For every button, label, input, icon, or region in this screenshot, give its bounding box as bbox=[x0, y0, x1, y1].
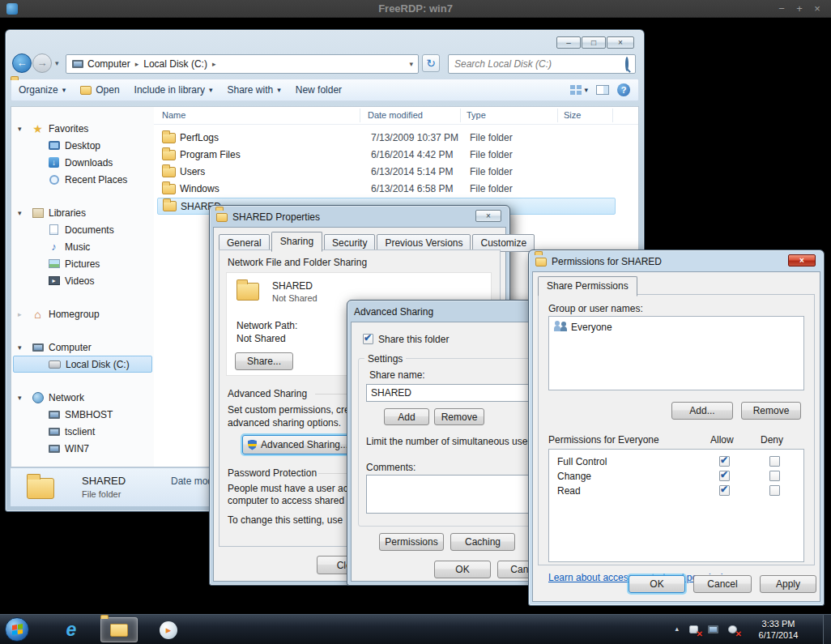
full-control-allow-checkbox[interactable] bbox=[719, 456, 730, 467]
new-folder-button[interactable]: New folder bbox=[288, 79, 349, 100]
permissions-list[interactable]: Full Control Change Read bbox=[548, 449, 804, 562]
help-button[interactable]: ? bbox=[617, 83, 630, 96]
tab-share-permissions[interactable]: Share Permissions bbox=[538, 276, 637, 296]
column-header-name[interactable]: Name bbox=[162, 110, 185, 120]
sidebar-item-documents[interactable]: Documents bbox=[11, 221, 154, 238]
read-deny-checkbox[interactable] bbox=[769, 485, 780, 496]
password-protection-line-3: To change this setting, use bbox=[228, 514, 343, 526]
advanced-sharing-titlebar[interactable]: Advanced Sharing bbox=[354, 305, 433, 319]
share-with-menu[interactable]: Share with▾ bbox=[220, 79, 288, 100]
sidebar-item-recent-places[interactable]: Recent Places bbox=[11, 171, 154, 188]
sidebar-item-music[interactable]: ♪Music bbox=[11, 238, 154, 255]
address-dropdown-icon[interactable]: ▾ bbox=[409, 60, 413, 68]
sidebar-item-pictures[interactable]: Pictures bbox=[11, 255, 154, 272]
window-maximize-button[interactable]: □ bbox=[582, 36, 606, 49]
videos-icon: ▸ bbox=[47, 275, 61, 288]
caching-button[interactable]: Caching bbox=[450, 533, 515, 551]
refresh-button[interactable]: ↻ bbox=[422, 54, 440, 72]
taskbar-clock[interactable]: 3:33 PM 6/17/2014 bbox=[753, 618, 803, 641]
freerdp-close-button[interactable]: × bbox=[810, 2, 825, 16]
add-share-button[interactable]: Add bbox=[384, 408, 429, 425]
crumb-separator-icon[interactable]: ▸ bbox=[135, 60, 139, 68]
dialog-close-button[interactable]: × bbox=[475, 210, 501, 222]
share-name-label: Share name: bbox=[369, 369, 425, 381]
advanced-sharing-heading: Advanced Sharing bbox=[228, 388, 307, 399]
breadcrumb-computer[interactable]: Computer bbox=[87, 58, 130, 70]
uac-shield-icon bbox=[248, 440, 257, 450]
sidebar-item-network[interactable]: ▾Network bbox=[11, 389, 154, 406]
recent-pages-dropdown[interactable]: ▾ bbox=[55, 59, 59, 67]
freerdp-maximize-button[interactable]: + bbox=[792, 2, 807, 16]
sidebar-item-win7[interactable]: WIN7 bbox=[11, 440, 154, 457]
taskbar-ie-button[interactable]: e bbox=[53, 617, 89, 642]
tray-network-icon[interactable] bbox=[706, 624, 719, 635]
cancel-button[interactable]: Cancel bbox=[693, 575, 752, 593]
folder-icon bbox=[162, 184, 176, 194]
change-allow-checkbox[interactable] bbox=[719, 471, 730, 481]
sidebar-item-computer[interactable]: ▾Computer bbox=[11, 339, 154, 356]
permissions-button[interactable]: Permissions bbox=[379, 533, 444, 551]
window-close-button[interactable]: × bbox=[607, 36, 634, 49]
add-button[interactable]: Add... bbox=[671, 402, 733, 420]
sidebar-item-homegroup[interactable]: ▸⌂Homegroup bbox=[11, 305, 154, 322]
back-button[interactable]: ← bbox=[12, 53, 32, 73]
search-input[interactable]: Search Local Disk (C:) bbox=[448, 54, 636, 74]
change-view-button[interactable]: ▾ bbox=[570, 85, 588, 95]
taskbar-wmp-button[interactable]: ▸ bbox=[151, 617, 186, 642]
file-row-users[interactable]: Users6/13/2014 5:14 PMFile folder bbox=[157, 164, 616, 181]
file-row-program-files[interactable]: Program Files6/16/2014 4:42 PMFile folde… bbox=[157, 147, 616, 164]
settings-group-label: Settings bbox=[364, 353, 406, 365]
computer-icon bbox=[31, 341, 45, 354]
sidebar-item-desktop[interactable]: Desktop bbox=[11, 137, 154, 154]
window-minimize-button[interactable]: – bbox=[556, 36, 581, 49]
search-icon[interactable] bbox=[625, 58, 629, 70]
share-this-folder-checkbox[interactable] bbox=[363, 334, 373, 344]
tab-sharing[interactable]: Sharing bbox=[271, 232, 322, 252]
group-list[interactable]: Everyone bbox=[548, 316, 804, 390]
apply-button[interactable]: Apply bbox=[760, 575, 816, 593]
sidebar-item-libraries[interactable]: ▾Libraries bbox=[11, 204, 154, 221]
perm-row-read: Read bbox=[557, 485, 581, 497]
group-everyone[interactable]: Everyone bbox=[571, 322, 612, 333]
sidebar-item-smbhost[interactable]: SMBHOST bbox=[11, 406, 154, 423]
dialog-close-button[interactable]: × bbox=[788, 254, 816, 267]
organize-menu[interactable]: Organize▾ bbox=[11, 79, 73, 100]
change-deny-checkbox[interactable] bbox=[769, 471, 780, 481]
open-button[interactable]: Open bbox=[73, 79, 126, 100]
breadcrumb-local-disk[interactable]: Local Disk (C:) bbox=[143, 58, 207, 70]
tray-show-hidden-icons[interactable]: ▴ bbox=[675, 625, 679, 633]
full-control-deny-checkbox[interactable] bbox=[769, 456, 780, 467]
include-in-library-menu[interactable]: Include in library▾ bbox=[127, 79, 220, 100]
advanced-sharing-button[interactable]: Advanced Sharing... bbox=[242, 435, 354, 454]
file-row-windows[interactable]: Windows6/13/2014 6:58 PMFile folder bbox=[157, 181, 616, 198]
freerdp-minimize-button[interactable]: − bbox=[774, 2, 789, 16]
tray-status-icon[interactable]: ✕ bbox=[687, 624, 700, 635]
remove-button[interactable]: Remove bbox=[741, 402, 801, 420]
remove-share-button[interactable]: Remove bbox=[434, 408, 484, 425]
crumb-separator-icon[interactable]: ▸ bbox=[212, 60, 216, 68]
sidebar-item-local-disk[interactable]: Local Disk (C:) bbox=[13, 356, 152, 373]
tray-volume-icon[interactable]: ✕ bbox=[726, 624, 739, 635]
column-header-type[interactable]: Type bbox=[467, 110, 486, 120]
address-bar[interactable]: Computer ▸ Local Disk (C:) ▸ ▾ bbox=[66, 54, 419, 74]
network-path-label: Network Path: bbox=[237, 320, 297, 331]
ok-button[interactable]: OK bbox=[629, 575, 685, 593]
sidebar-item-favorites[interactable]: ▾★Favorites bbox=[11, 120, 154, 137]
preview-pane-button[interactable] bbox=[596, 85, 609, 95]
file-row-perflogs[interactable]: PerfLogs7/13/2009 10:37 PMFile folder bbox=[157, 130, 616, 147]
read-allow-checkbox[interactable] bbox=[719, 485, 730, 496]
sidebar-item-tsclient[interactable]: tsclient bbox=[11, 423, 154, 440]
start-button[interactable] bbox=[5, 617, 29, 642]
column-header-date[interactable]: Date modified bbox=[368, 110, 423, 120]
share-button[interactable]: Share... bbox=[235, 352, 293, 370]
sidebar-item-videos[interactable]: ▸Videos bbox=[11, 272, 154, 289]
permissions-dialog-titlebar[interactable]: Permissions for SHARED bbox=[535, 254, 662, 269]
command-bar: Organize▾ Open Include in library▾ Share… bbox=[11, 79, 639, 101]
column-header-size[interactable]: Size bbox=[564, 110, 581, 120]
properties-dialog-titlebar[interactable]: SHARED Properties bbox=[216, 210, 320, 224]
taskbar-explorer-button[interactable] bbox=[100, 617, 138, 642]
ok-button[interactable]: OK bbox=[434, 561, 491, 578]
sidebar-item-downloads[interactable]: ↓Downloads bbox=[11, 154, 154, 171]
show-desktop-button[interactable] bbox=[823, 615, 831, 644]
forward-button[interactable]: → bbox=[32, 53, 52, 73]
